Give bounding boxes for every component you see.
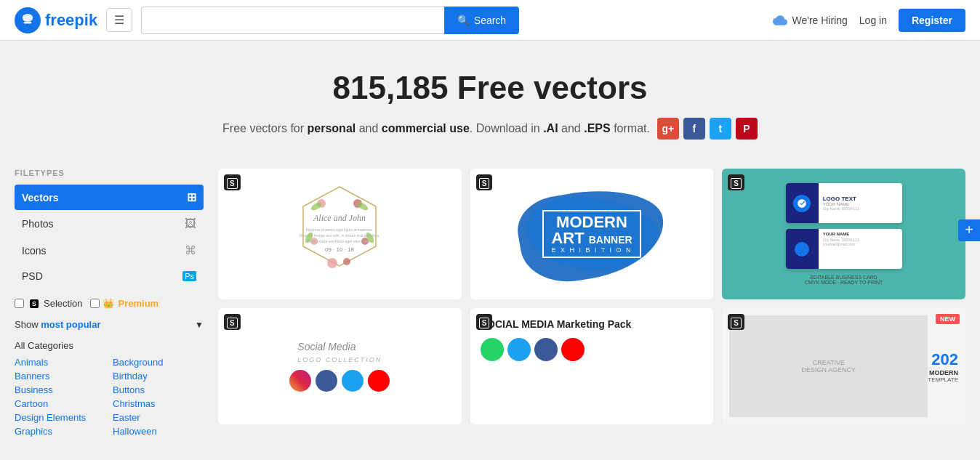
grid-card-3[interactable]: S LOGO TEXT YOUR NAME City Name, <box>722 169 965 299</box>
cat-buttons[interactable]: Buttons <box>113 384 204 395</box>
selection-label: Selection <box>44 298 82 309</box>
fb-marketing-icon <box>534 338 558 361</box>
freepik-logo-icon <box>15 7 41 33</box>
logo-v-icon <box>797 198 807 209</box>
filetype-psd[interactable]: PSD Ps <box>15 265 204 288</box>
biz-card-front: LOGO TEXT YOUR NAME City Name, 00000-111 <box>786 183 902 223</box>
cat-background[interactable]: Background <box>113 357 204 368</box>
new-badge: NEW <box>936 314 960 324</box>
svg-rect-3 <box>24 21 32 23</box>
grid-card-6[interactable]: S NEW CREATIVEDESIGN AGENCY 202 MODERN T… <box>722 308 965 424</box>
most-popular-label: most popular <box>41 319 100 330</box>
search-button[interactable]: 🔍 Search <box>444 7 519 34</box>
svg-point-10 <box>343 258 350 265</box>
header-right: We're Hiring Log in Register <box>773 9 965 32</box>
instagram-icon <box>289 370 311 392</box>
card-1-content: Alice and John Maximus pharetra eget lig… <box>218 169 462 299</box>
svg-text:09 · 10 · 18: 09 · 10 · 18 <box>325 246 355 253</box>
art-text: MODERN ART BANNER E X H I B I T I O N <box>542 210 640 258</box>
twitter-icon[interactable]: t <box>710 118 731 140</box>
selection-badge: S <box>30 299 39 308</box>
show-label: Show <box>15 319 39 330</box>
selection-checkbox-label[interactable]: S Selection <box>15 298 83 309</box>
float-expand-button[interactable]: + <box>958 219 980 241</box>
search-icon: 🔍 <box>457 15 470 26</box>
categories-grid: Animals Background Banners Birthday Busi… <box>15 357 204 437</box>
yt-marketing-icon <box>561 338 585 361</box>
grid-card-1[interactable]: S <box>218 169 462 299</box>
biz-card-back: YOUR NAME City Name, 00000-111 yourmail@… <box>786 229 902 269</box>
login-link[interactable]: Log in <box>859 15 887 26</box>
hiring-link[interactable]: We're Hiring <box>773 13 847 28</box>
svg-text:Morbi ornare sed libero eget e: Morbi ornare sed libero eget elementum. <box>307 239 372 243</box>
filetype-photos[interactable]: Photos 🖼 <box>15 211 204 236</box>
logo[interactable]: freepik <box>15 7 97 33</box>
premium-checkbox-label[interactable]: 👑 Premium <box>90 298 159 309</box>
grid-card-5[interactable]: S SOCIAL MEDIA Marketing Pack <box>470 308 714 424</box>
all-categories-link[interactable]: All Categories <box>15 340 204 351</box>
floral-svg: Alice and John Maximus pharetra eget lig… <box>281 176 398 292</box>
cat-design-elements[interactable]: Design Elements <box>15 412 105 423</box>
cat-halloween[interactable]: Halloween <box>113 426 204 437</box>
cat-birthday[interactable]: Birthday <box>113 371 204 382</box>
card-2-content: MODERN ART BANNER E X H I B I T I O N <box>470 169 714 299</box>
card-4-content: Social Media LOGO COLLECTION <box>218 308 462 424</box>
svg-marker-4 <box>303 187 376 266</box>
card-3-badge: S <box>728 174 744 190</box>
filetype-vectors-label: Vectors <box>22 192 59 203</box>
search-bar: 🔍 Search <box>141 7 519 34</box>
filetypes-label: FILETYPES <box>15 169 204 177</box>
cat-easter[interactable]: Easter <box>113 412 204 423</box>
selection-checkbox[interactable] <box>15 299 24 308</box>
grid-card-2[interactable]: S MODERN ART BANNER E X H I B I T I O N <box>470 169 714 299</box>
biz-card-note: EDITABLE BUSINESS CARDCMYK MODE · READY … <box>805 275 883 285</box>
logo-text: freepik <box>45 11 97 30</box>
search-input[interactable] <box>141 7 444 34</box>
register-button[interactable]: Register <box>899 9 965 32</box>
card-2-badge: S <box>476 174 493 190</box>
svg-text:Vivamus feugiat orci velit, in: Vivamus feugiat orci velit, in dictum er… <box>300 233 380 238</box>
card-1-badge: S <box>224 174 241 190</box>
filetype-icons[interactable]: Icons ⌘ <box>15 238 204 263</box>
social-icons-row <box>289 370 390 392</box>
cat-banners[interactable]: Banners <box>15 371 105 382</box>
show-popular-dropdown[interactable]: Show most popular ▼ <box>15 319 204 330</box>
facebook-icon[interactable]: f <box>683 118 705 140</box>
crown-icon: 👑 <box>103 298 114 309</box>
dropdown-arrow-icon: ▼ <box>195 320 204 330</box>
cat-christmas[interactable]: Christmas <box>113 398 204 409</box>
premium-checkbox[interactable] <box>90 299 100 308</box>
social-logo-text: Social Media LOGO COLLECTION <box>297 341 382 364</box>
biz-v-logo <box>795 242 809 257</box>
filetype-vectors[interactable]: Vectors ⊞ <box>15 185 204 210</box>
twitter-icon-sm <box>342 370 364 392</box>
creative-text: 202 MODERN TEMPLATE <box>928 350 958 383</box>
header: freepik ☰ 🔍 Search We're Hiring Log in R… <box>0 0 980 41</box>
twitter-marketing-icon <box>507 338 531 361</box>
google-plus-icon[interactable]: g+ <box>657 118 679 140</box>
vectors-icon: ⊞ <box>187 190 196 204</box>
cat-cartoon[interactable]: Cartoon <box>15 398 105 409</box>
card-5-content: SOCIAL MEDIA Marketing Pack <box>470 308 714 424</box>
main-content: FILETYPES Vectors ⊞ Photos 🖼 Icons ⌘ PSD… <box>0 154 980 451</box>
svg-text:Maximus pharetra eget ligula a: Maximus pharetra eget ligula at maximus. <box>306 227 374 232</box>
grid-card-4[interactable]: S Social Media LOGO COLLECTION <box>218 308 462 424</box>
pinterest-icon[interactable]: P <box>736 118 758 140</box>
svg-point-1 <box>23 14 33 22</box>
image-grid: S <box>218 169 965 424</box>
cat-business[interactable]: Business <box>15 384 105 395</box>
hero-subtitle: Free vectors for personal and commercial… <box>15 118 965 140</box>
hamburger-button[interactable]: ☰ <box>106 8 132 32</box>
cat-graphics[interactable]: Graphics <box>15 426 105 437</box>
card-6-badge: S <box>728 314 744 330</box>
art-border-box: MODERN ART BANNER E X H I B I T I O N <box>542 210 640 258</box>
filetype-psd-label: PSD <box>22 270 43 282</box>
categories-section: All Categories Animals Background Banner… <box>15 340 204 437</box>
grid-area: S <box>218 169 965 437</box>
cat-animals[interactable]: Animals <box>15 357 105 368</box>
whatsapp-icon <box>481 338 504 361</box>
card-3-content: LOGO TEXT YOUR NAME City Name, 00000-111… <box>722 169 965 299</box>
hero-title: 815,185 Free vectors <box>15 70 965 106</box>
svg-text:Alice and John: Alice and John <box>313 213 366 223</box>
facebook-icon-sm <box>316 370 337 392</box>
